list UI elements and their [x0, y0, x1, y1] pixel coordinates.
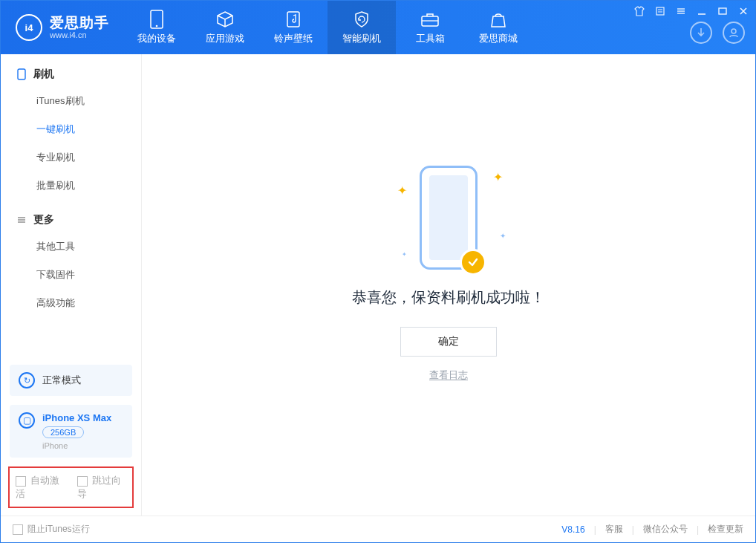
footer-bar: 阻止iTunes运行 V8.16 | 客服 | 微信公众号 | 检查更新	[1, 516, 755, 542]
logo-title: 爱思助手	[50, 16, 109, 31]
phone-small-icon	[16, 68, 27, 80]
device-type: iPhone	[42, 441, 111, 450]
success-illustration: ✦ ✦ ✦ ✦	[420, 166, 478, 270]
confirm-button[interactable]: 确定	[400, 327, 497, 357]
header-action-icons	[690, 22, 745, 44]
nav-toolbox[interactable]: 工具箱	[396, 1, 464, 54]
cube-icon	[215, 10, 235, 29]
logo: i4 爱思助手 www.i4.cn	[1, 1, 123, 54]
svg-rect-12	[719, 8, 726, 14]
download-button[interactable]	[690, 22, 712, 44]
main-content: ✦ ✦ ✦ ✦ 恭喜您，保资料刷机成功啦！ 确定 查看日志	[142, 54, 755, 516]
check-update-link[interactable]: 检查更新	[708, 523, 743, 536]
sidebar-item-advanced[interactable]: 高级功能	[1, 289, 141, 317]
checkbox-icon	[16, 476, 26, 487]
block-itunes-option[interactable]: 阻止iTunes运行	[13, 523, 90, 536]
sidebar-item-batch-flash[interactable]: 批量刷机	[1, 172, 141, 200]
profile-button[interactable]	[723, 22, 745, 44]
svg-point-1	[156, 25, 158, 27]
bag-icon	[489, 10, 508, 29]
sidebar-item-itunes-flash[interactable]: iTunes刷机	[1, 87, 141, 115]
device-capacity: 256GB	[42, 426, 84, 438]
top-nav: 我的设备 应用游戏 铃声壁纸 智能刷机 工具箱 爱思商城	[123, 1, 532, 54]
svg-rect-16	[18, 69, 25, 79]
minimize-button[interactable]	[696, 5, 708, 17]
svg-point-15	[731, 29, 736, 33]
skip-guide-option[interactable]: 跳过向导	[77, 474, 127, 501]
body: 刷机 iTunes刷机 一键刷机 专业刷机 批量刷机 更多 其他工具 下载固件 …	[1, 54, 755, 516]
support-link[interactable]: 客服	[605, 523, 623, 536]
sparkle-icon: ✦	[493, 170, 503, 184]
check-badge-icon	[460, 249, 486, 276]
device-info-box[interactable]: ▢ iPhone XS Max 256GB iPhone	[10, 405, 132, 458]
toolbox-icon	[420, 10, 440, 29]
sparkle-icon: ✦	[500, 232, 506, 240]
window-controls	[633, 5, 749, 17]
menu-icon[interactable]	[675, 5, 687, 17]
sparkle-icon: ✦	[397, 183, 407, 198]
header-bar: i4 爱思助手 www.i4.cn 我的设备 应用游戏 铃声壁纸 智能刷机	[1, 1, 755, 54]
sidebar-section-more: 更多	[1, 200, 141, 233]
mode-label: 正常模式	[42, 374, 81, 387]
note-icon[interactable]	[654, 5, 666, 17]
app-window: i4 爱思助手 www.i4.cn 我的设备 应用游戏 铃声壁纸 智能刷机	[0, 0, 756, 543]
view-log-link[interactable]: 查看日志	[429, 368, 468, 382]
device-icon	[147, 10, 166, 29]
sidebar-item-other-tools[interactable]: 其他工具	[1, 233, 141, 261]
nav-store[interactable]: 爱思商城	[464, 1, 532, 54]
checkbox-icon	[13, 524, 23, 535]
auto-activate-option[interactable]: 自动激活	[16, 474, 65, 501]
device-icon-small: ▢	[19, 412, 35, 429]
nav-my-device[interactable]: 我的设备	[123, 1, 191, 54]
sidebar: 刷机 iTunes刷机 一键刷机 专业刷机 批量刷机 更多 其他工具 下载固件 …	[1, 54, 142, 516]
sidebar-item-oneclick-flash[interactable]: 一键刷机	[1, 115, 141, 143]
maximize-button[interactable]	[717, 5, 729, 17]
success-message: 恭喜您，保资料刷机成功啦！	[352, 287, 545, 308]
logo-icon: i4	[16, 14, 42, 41]
device-name: iPhone XS Max	[42, 412, 111, 423]
logo-subtitle: www.i4.cn	[50, 30, 109, 39]
flash-options-row: 自动激活 跳过向导	[8, 466, 134, 508]
version-label: V8.16	[561, 524, 584, 535]
checkbox-icon	[77, 476, 88, 487]
nav-ringtones-wallpapers[interactable]: 铃声壁纸	[259, 1, 328, 54]
svg-rect-5	[656, 7, 664, 15]
nav-smart-flash[interactable]: 智能刷机	[328, 1, 396, 54]
wechat-link[interactable]: 微信公众号	[643, 523, 688, 536]
sidebar-item-pro-flash[interactable]: 专业刷机	[1, 143, 141, 172]
list-icon	[16, 214, 27, 226]
sidebar-item-download-firmware[interactable]: 下载固件	[1, 261, 141, 289]
nav-apps-games[interactable]: 应用游戏	[191, 1, 259, 54]
sparkle-icon: ✦	[402, 251, 407, 258]
close-button[interactable]	[737, 5, 749, 17]
shield-refresh-icon	[352, 10, 371, 29]
music-icon	[284, 10, 303, 29]
device-mode-box[interactable]: ↻ 正常模式	[10, 365, 132, 396]
mode-icon: ↻	[19, 372, 35, 388]
shirt-icon[interactable]	[633, 5, 645, 17]
sidebar-section-flash: 刷机	[1, 54, 141, 87]
